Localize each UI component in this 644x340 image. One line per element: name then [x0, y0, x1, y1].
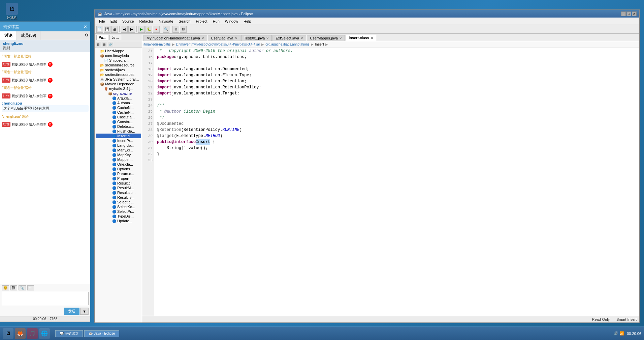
tree-item-mapper[interactable]: 🔵 Mapper...	[96, 157, 141, 162]
tree-item-options[interactable]: 🔵 Options...	[96, 167, 141, 171]
tab-userdao[interactable]: UserDao.java ✕	[208, 35, 240, 41]
code-editor-area[interactable]: 2+ 16 17 18 19 20 21 22 23 24 25 26 27 2…	[142, 48, 639, 316]
menu-search[interactable]: Search	[176, 19, 193, 24]
tree-item-org-apache[interactable]: 📦 org.apache	[96, 91, 141, 96]
chat-messages[interactable]: "研发一部全量"送给 红包 蚂蚁课程创始人-余胜军 抢 "研发一部全量"送给 红…	[0, 52, 90, 284]
breadcrumb-item-1[interactable]: itmayiedu-mybatis	[143, 42, 171, 46]
tree-item-insertpr[interactable]: 🔵 InsertPr...	[96, 138, 141, 143]
menu-window[interactable]: Window	[222, 19, 241, 24]
tree-item-param[interactable]: 🔵 Param.c...	[96, 171, 141, 176]
taskbar-firefox-icon[interactable]: 🦊	[15, 328, 26, 339]
toolbar-save-btn[interactable]: 💾	[104, 26, 110, 33]
panel-tab-package[interactable]: Pa...	[96, 35, 108, 40]
tree-item-results[interactable]: 🔵 Results.c...	[96, 190, 141, 195]
tree-item-arg[interactable]: 🔵 Arg.cla...	[96, 96, 141, 101]
maximize-btn[interactable]: □	[626, 11, 631, 16]
tab-insert-class[interactable]: Insert.class ✕	[346, 35, 376, 41]
breadcrumb-item-2[interactable]: D:\maven\mvnRespo\org\mybatis\3.4.4\myba…	[176, 42, 260, 46]
toolbar-debug-btn[interactable]: 🐛	[146, 26, 152, 33]
file-btn[interactable]: 📎	[19, 285, 26, 290]
toolbar-print-btn[interactable]: 🖨	[111, 26, 118, 33]
menu-file[interactable]: File	[96, 19, 108, 24]
taskbar-network-icon[interactable]: 🌐	[39, 328, 50, 339]
tree-item-selectke[interactable]: 🔵 SelectKe...	[96, 204, 141, 209]
toolbar-stop-btn[interactable]: ■	[153, 26, 160, 33]
chat-tab-discussion[interactable]: 讨论	[0, 31, 17, 40]
tree-item-delete[interactable]: 🔵 Delete.c...	[96, 124, 141, 129]
tree-item-many[interactable]: 🔵 Many.cl...	[96, 148, 141, 152]
toolbar-windows-btn[interactable]: ⊟	[180, 26, 187, 33]
image-btn[interactable]: 🖼	[10, 285, 17, 290]
chat-text-input[interactable]	[2, 292, 89, 305]
tree-item-usermapper[interactable]: 📁 UserMappe...	[96, 49, 141, 53]
close-btn[interactable]: ✕	[632, 11, 637, 16]
minimize-btn[interactable]: −	[621, 11, 626, 16]
tree-item-src-test-java[interactable]: 📂 src/test/java	[96, 67, 141, 72]
toolbar-run-btn[interactable]: ▶	[138, 26, 145, 33]
menu-help[interactable]: Help	[241, 19, 254, 24]
menu-edit[interactable]: Edit	[108, 19, 120, 24]
tree-item-maven[interactable]: 📦 Maven Dependen...	[96, 82, 141, 86]
taskbar-computer-icon[interactable]: 🖥	[3, 328, 13, 339]
desktop-icon-computer[interactable]: 🖥 计算机	[1, 2, 22, 21]
tab-close-usermapper[interactable]: ✕	[339, 36, 342, 40]
breadcrumb-item-4[interactable]: Insert	[315, 42, 324, 46]
tab-close-myinvocation[interactable]: ✕	[201, 36, 204, 40]
menu-run[interactable]: Run	[210, 19, 222, 24]
tab-extselect[interactable]: ExtSelect.java ✕	[272, 35, 306, 41]
tree-item-select[interactable]: 🔵 Select.cl...	[96, 200, 141, 204]
tree-item-cachen2[interactable]: 🔵 CacheN...	[96, 110, 141, 115]
tree-item-jre[interactable]: ☕ JRE System Librar...	[96, 77, 141, 82]
tree-item-constru[interactable]: 🔵 Constru...	[96, 119, 141, 124]
toolbar-search-btn[interactable]: 🔍	[163, 26, 169, 33]
tab-close-extselect[interactable]: ✕	[300, 36, 303, 40]
tree-item-typedis[interactable]: 🔵 TypeDis...	[96, 214, 141, 219]
sidebar-expand-btn[interactable]: ⊞	[102, 42, 107, 47]
tree-item-automa[interactable]: 🔵 Automa...	[96, 101, 141, 105]
tab-usermapper[interactable]: UserMapper.java ✕	[307, 35, 345, 41]
sidebar-link-btn[interactable]: 🔗	[108, 42, 113, 47]
tab-close-userdao[interactable]: ✕	[235, 36, 237, 40]
chat-minimize-btn[interactable]: _	[80, 24, 82, 29]
tree-item-lang[interactable]: 🔵 Lang.cla...	[96, 143, 141, 148]
taskbar-eclipse-app[interactable]: ☕ Java - Eclipse	[84, 330, 119, 337]
taskbar-music-icon[interactable]: 🎵	[27, 328, 38, 339]
chat-close-btn[interactable]: ✕	[84, 24, 87, 29]
tree-view[interactable]: 📁 UserMappe... 📦 com.itmayiedu 📄 Snippet…	[95, 48, 142, 322]
sidebar-collapse-btn[interactable]: ⊟	[96, 42, 101, 47]
tree-item-mybatis-jar[interactable]: 🏺 mybatis-3.4.j...	[96, 86, 141, 91]
tree-item-mapkey[interactable]: 🔵 MapKey...	[96, 152, 141, 157]
tab-myinvocation[interactable]: MyInvocationHandlerMbatis.java ✕	[143, 35, 207, 41]
tree-item-resultm[interactable]: 🔵 ResultM...	[96, 186, 141, 190]
tree-item-cachen1[interactable]: 🔵 CacheN...	[96, 105, 141, 110]
chat-settings-btn[interactable]: ⚙	[84, 31, 90, 40]
panel-tab-outline[interactable]: Ju ...	[109, 35, 122, 40]
tab-close-insert[interactable]: ✕	[371, 36, 373, 40]
send-button[interactable]: 发送	[64, 308, 79, 315]
tab-close-test001[interactable]: ✕	[266, 36, 269, 40]
tree-item-src-test-res[interactable]: 📂 src/test/resources	[96, 72, 141, 77]
tree-item-src-main[interactable]: 📂 src/main/resource	[96, 63, 141, 67]
menu-navigate[interactable]: Navigate	[156, 19, 176, 24]
tree-item-insert[interactable]: 🔵 Insert.cl...	[96, 134, 141, 138]
tree-item-com-itmayiedu[interactable]: 📦 com.itmayiedu	[96, 53, 141, 58]
tree-item-update[interactable]: 🔵 Update...	[96, 219, 141, 223]
chat-tab-members[interactable]: 成员(59)	[17, 31, 40, 40]
taskbar-chat-app[interactable]: 💬 蚂蚁课堂	[55, 330, 83, 337]
send-dropdown-btn[interactable]: ▼	[80, 308, 89, 315]
tree-item-result[interactable]: 🔵 Result.cl...	[96, 181, 141, 186]
tree-item-selectpr[interactable]: 🔵 SelectPr...	[96, 209, 141, 214]
menu-project[interactable]: Project	[193, 19, 210, 24]
breadcrumb-item-3[interactable]: org.apache.ibatis.annotations	[265, 42, 310, 46]
toolbar-forward-btn[interactable]: ▶	[128, 26, 135, 33]
tree-item-case[interactable]: 🔵 Case.cla...	[96, 115, 141, 119]
toolbar-back-btn[interactable]: ◀	[121, 26, 128, 33]
extra-btn[interactable]: ⋯	[27, 285, 34, 290]
toolbar-new-btn[interactable]: 📄	[96, 26, 103, 33]
tree-item-propert[interactable]: 🔵 Propert...	[96, 176, 141, 181]
menu-source[interactable]: Source	[120, 19, 137, 24]
emoji-btn[interactable]: 😊	[2, 285, 9, 290]
menu-refactor[interactable]: Refactor	[137, 19, 156, 24]
tab-test001[interactable]: Test001.java ✕	[241, 35, 272, 41]
toolbar-perspective-btn[interactable]: ⊞	[172, 26, 179, 33]
